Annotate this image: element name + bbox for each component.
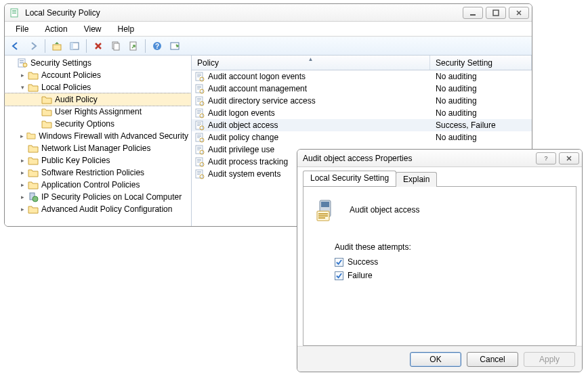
- policy-item-icon: [194, 95, 205, 106]
- list-row[interactable]: Audit logon events No auditing: [192, 107, 532, 119]
- audit-prompt: Audit these attempts:: [335, 242, 565, 252]
- show-tree-icon[interactable]: [66, 39, 83, 53]
- list-row[interactable]: Audit account management No auditing: [192, 83, 532, 95]
- dialog-titlebar[interactable]: Audit object access Properties ?: [297, 150, 582, 167]
- checkbox-success[interactable]: [335, 258, 343, 267]
- menubar: File Action View Help: [5, 22, 532, 37]
- svg-rect-44: [197, 125, 200, 126]
- svg-rect-37: [197, 110, 201, 111]
- dialog-button-bar: OK Cancel Apply: [297, 346, 582, 372]
- svg-rect-17: [20, 62, 24, 64]
- chevron-right-icon[interactable]: ▸: [18, 193, 26, 201]
- folder-icon: [28, 82, 39, 93]
- tree-root-node[interactable]: Security Settings: [5, 57, 191, 69]
- maximize-button[interactable]: [486, 7, 506, 19]
- list-row-name: Audit directory service access: [208, 96, 430, 106]
- menu-action[interactable]: Action: [38, 23, 74, 35]
- folder-icon: [28, 155, 39, 166]
- svg-rect-23: [197, 75, 201, 76]
- folder-icon: [28, 143, 39, 154]
- chevron-right-icon[interactable]: ▸: [18, 181, 26, 189]
- dialog-help-button[interactable]: ?: [536, 152, 556, 164]
- list-row[interactable]: Audit directory service access No auditi…: [192, 95, 532, 107]
- tree-pane[interactable]: Security Settings ▸ Account Policies ▾ L…: [5, 56, 192, 226]
- svg-rect-71: [318, 215, 328, 217]
- export-icon[interactable]: [125, 39, 142, 53]
- help-icon[interactable]: ?: [149, 39, 165, 53]
- list-row-setting: No auditing: [430, 84, 532, 93]
- chevron-right-icon[interactable]: ▸: [18, 71, 26, 79]
- svg-rect-8: [70, 43, 73, 49]
- main-titlebar[interactable]: Local Security Policy: [5, 4, 532, 22]
- app-icon: [10, 7, 21, 18]
- copy-icon[interactable]: [108, 39, 124, 53]
- policy-item-icon: [194, 132, 205, 143]
- svg-rect-62: [197, 171, 201, 172]
- list-row[interactable]: Audit policy change No auditing: [192, 131, 532, 143]
- svg-rect-34: [197, 101, 200, 102]
- svg-rect-54: [197, 150, 200, 150]
- tree-node[interactable]: ▾ Local Policies: [5, 81, 191, 93]
- tree-node-label: Security Options: [55, 119, 114, 129]
- tree-node[interactable]: Network List Manager Policies: [5, 142, 191, 154]
- apply-button[interactable]: Apply: [524, 352, 575, 367]
- svg-rect-47: [197, 135, 201, 135]
- chevron-right-icon[interactable]: ▸: [18, 169, 26, 177]
- delete-icon[interactable]: [90, 39, 106, 53]
- chevron-right-icon[interactable]: ▸: [18, 132, 25, 140]
- menu-help[interactable]: Help: [111, 23, 142, 35]
- policy-item-icon: [194, 71, 205, 82]
- tab-local-security-setting[interactable]: Local Security Setting: [303, 171, 396, 186]
- policy-item-icon: [194, 120, 205, 131]
- tree-node-label: Account Policies: [41, 70, 101, 80]
- folder-icon: [28, 179, 39, 190]
- tree-node-label: Windows Firewall with Advanced Security: [39, 131, 188, 141]
- svg-rect-57: [197, 159, 201, 160]
- list-row[interactable]: Audit object access Success, Failure: [192, 119, 532, 131]
- svg-rect-48: [197, 136, 201, 137]
- tree-node[interactable]: ▸ Advanced Audit Policy Configuration: [5, 203, 191, 215]
- policy-item-icon: [194, 169, 205, 179]
- checkbox-failure[interactable]: [335, 271, 343, 280]
- dialog-title: Audit object access Properties: [303, 154, 536, 163]
- folder-icon: [26, 131, 36, 141]
- column-header-setting-label: Security Setting: [436, 58, 492, 68]
- tree-node[interactable]: Audit Policy: [5, 93, 191, 106]
- chevron-right-icon[interactable]: ▸: [18, 205, 26, 213]
- svg-rect-3: [12, 13, 16, 14]
- chevron-down-icon[interactable]: ▾: [18, 83, 26, 91]
- tree-node[interactable]: Security Options: [5, 118, 191, 130]
- cancel-button[interactable]: Cancel: [467, 352, 518, 367]
- svg-rect-2: [12, 12, 16, 12]
- list-row[interactable]: Audit account logon events No auditing: [192, 70, 532, 83]
- forward-icon[interactable]: [25, 39, 41, 53]
- dialog-close-button[interactable]: [559, 152, 579, 164]
- up-icon[interactable]: [49, 39, 65, 53]
- tree-node[interactable]: ▸ Software Restriction Policies: [5, 167, 191, 179]
- chevron-right-icon[interactable]: ▸: [18, 156, 26, 164]
- tree-node[interactable]: ▸ Windows Firewall with Advanced Securit…: [5, 130, 191, 142]
- close-button[interactable]: [509, 7, 529, 19]
- list-row-setting: No auditing: [430, 72, 532, 81]
- checkbox-failure-row[interactable]: Failure: [335, 271, 565, 280]
- policy-item-icon: [194, 83, 205, 94]
- svg-rect-5: [493, 10, 499, 16]
- tree-node[interactable]: User Rights Assignment: [5, 106, 191, 118]
- tab-explain[interactable]: Explain: [396, 172, 437, 187]
- toolbar-separator: [145, 39, 146, 53]
- tree-node[interactable]: ▸ Application Control Policies: [5, 179, 191, 191]
- svg-rect-63: [197, 173, 201, 173]
- column-header-policy[interactable]: Policy ▲: [192, 56, 430, 70]
- tree-node[interactable]: ▸ IP Security Policies on Local Computer: [5, 191, 191, 203]
- back-icon[interactable]: [7, 39, 24, 53]
- tree-node[interactable]: ▸ Public Key Policies: [5, 154, 191, 167]
- checkbox-success-row[interactable]: Success: [335, 257, 565, 267]
- menu-file[interactable]: File: [9, 23, 35, 35]
- column-header-setting[interactable]: Security Setting: [430, 56, 532, 70]
- minimize-button[interactable]: [463, 7, 483, 19]
- folder-icon: [28, 204, 39, 215]
- tree-node[interactable]: ▸ Account Policies: [5, 69, 191, 81]
- menu-view[interactable]: View: [77, 23, 108, 35]
- properties-icon[interactable]: [167, 39, 183, 53]
- ok-button[interactable]: OK: [410, 352, 461, 367]
